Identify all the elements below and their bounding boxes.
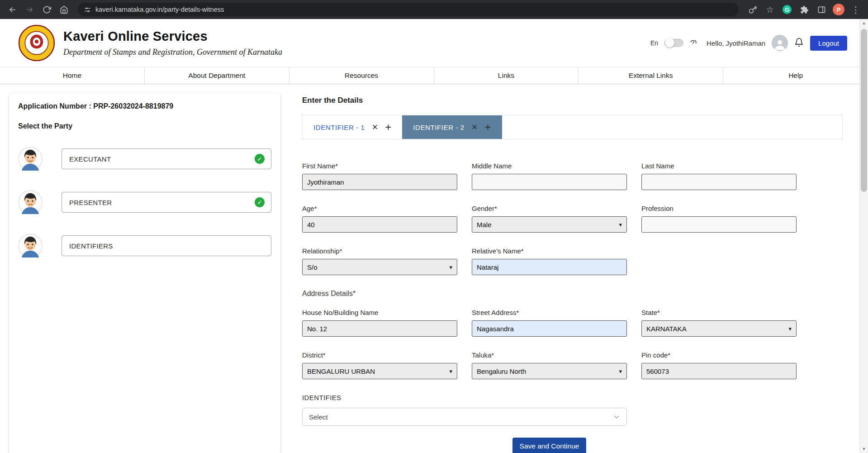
panel-title: Enter the Details — [302, 96, 843, 105]
relatives-name-field: Relative's Name* — [472, 247, 627, 275]
district-field: District* BENGALURU URBAN ▾ — [302, 351, 457, 379]
chevron-down-icon: ▾ — [449, 368, 452, 375]
street-address-input[interactable] — [472, 320, 627, 337]
relationship-select[interactable]: S/o ▾ — [302, 259, 457, 275]
notifications-bell-icon[interactable] — [794, 38, 804, 49]
nav-item-external-links[interactable]: External Links — [579, 67, 723, 84]
state-label: State* — [641, 309, 797, 316]
add-tab-icon[interactable]: + — [385, 122, 391, 133]
application-number: Application Number : PRP-26032024-881987… — [18, 102, 271, 110]
nav-item-home[interactable]: Home — [0, 67, 145, 84]
main-nav: Home About Department Resources Links Ex… — [0, 67, 868, 84]
nav-item-links[interactable]: Links — [434, 67, 579, 84]
nav-item-about-department[interactable]: About Department — [145, 67, 289, 84]
page-scrollbar[interactable]: ▲ ▼ — [859, 19, 868, 453]
karnataka-government-logo — [18, 24, 55, 62]
scroll-down-icon[interactable]: ▼ — [860, 447, 868, 451]
party-button-identifiers[interactable]: IDENTIFIERS — [62, 235, 271, 256]
middle-name-input[interactable] — [472, 174, 627, 190]
gender-label: Gender* — [472, 205, 627, 212]
district-select[interactable]: BENGALURU URBAN ▾ — [302, 363, 457, 379]
completed-check-icon: ✓ — [255, 197, 265, 207]
select-party-card: Application Number : PRP-26032024-881987… — [9, 93, 280, 453]
account-avatar[interactable] — [772, 35, 788, 51]
logout-button[interactable]: Logout — [810, 36, 847, 51]
completed-check-icon: ✓ — [255, 154, 265, 164]
url-text: kaveri.karnataka.gov.in/party-details-wi… — [95, 6, 224, 13]
chevron-down-icon — [613, 413, 620, 420]
relationship-label: Relationship* — [302, 247, 457, 255]
browser-profile-avatar[interactable]: P — [831, 2, 846, 17]
gender-field: Gender* Male ▾ — [472, 205, 627, 233]
address-bar[interactable]: kaveri.karnataka.gov.in/party-details-wi… — [78, 3, 739, 16]
forward-icon[interactable] — [22, 2, 37, 17]
last-name-input[interactable] — [641, 174, 797, 190]
middle-name-label: Middle Name — [472, 162, 627, 170]
pin-code-input[interactable] — [641, 363, 797, 379]
house-no-label: House No/Building Name — [302, 309, 457, 316]
back-icon[interactable] — [5, 2, 20, 17]
identifiers-avatar — [18, 234, 43, 258]
refresh-icon[interactable] — [39, 2, 54, 17]
language-toggle[interactable] — [664, 39, 683, 47]
first-name-input[interactable] — [302, 174, 457, 190]
party-row-presenter: PRESENTER ✓ — [18, 190, 271, 215]
close-tab-icon[interactable]: × — [372, 122, 378, 132]
relatives-name-input[interactable] — [472, 259, 627, 275]
kannada-letter-icon — [690, 38, 697, 48]
district-label: District* — [302, 351, 457, 359]
side-panel-icon[interactable] — [814, 2, 829, 17]
browser-menu-icon[interactable]: ⋮ — [848, 2, 863, 17]
scrollbar-thumb[interactable] — [861, 29, 867, 192]
party-row-executant: EXECUTANT ✓ — [18, 147, 271, 171]
language-label: En — [650, 39, 658, 47]
profession-field: Profession — [641, 205, 797, 233]
site-subtitle: Department of Stamps and Registration, G… — [63, 48, 282, 57]
close-tab-icon[interactable]: × — [472, 122, 478, 132]
address-details-heading: Address Details* — [302, 290, 797, 298]
identifier-tab-bar: IDENTIFIER - 1 × + IDENTIFIER - 2 × + — [302, 115, 843, 139]
tab-identifier-2[interactable]: IDENTIFIER - 2 × + — [402, 115, 502, 139]
street-address-field: Street Address* — [472, 309, 627, 337]
identifier-form: First Name* Middle Name Last Name Age* — [302, 162, 797, 453]
last-name-label: Last Name — [641, 162, 797, 170]
age-field: Age* — [302, 205, 457, 233]
gender-select[interactable]: Male ▾ — [472, 216, 627, 233]
party-row-identifiers: IDENTIFIERS — [18, 234, 271, 258]
tab-identifier-1[interactable]: IDENTIFIER - 1 × + — [303, 115, 402, 139]
bookmark-star-icon[interactable]: ☆ — [762, 2, 778, 17]
user-greeting: Hello, JyothiRaman — [707, 39, 765, 47]
party-button-executant[interactable]: EXECUTANT ✓ — [62, 148, 271, 169]
state-select[interactable]: KARNATAKA ▾ — [641, 320, 797, 337]
chevron-down-icon: ▾ — [619, 221, 622, 228]
nav-item-resources[interactable]: Resources — [289, 67, 434, 84]
extensions-puzzle-icon[interactable] — [797, 2, 812, 17]
presenter-avatar — [18, 190, 43, 215]
site-header: Kaveri Online Services Department of Sta… — [0, 19, 868, 67]
house-no-input[interactable] — [302, 320, 457, 337]
save-and-continue-button[interactable]: Save and Continue — [512, 438, 587, 453]
taluka-field: Taluka* Bengaluru North ▾ — [472, 351, 627, 379]
select-party-heading: Select the Party — [18, 122, 271, 130]
relatives-name-label: Relative's Name* — [472, 247, 627, 255]
first-name-label: First Name* — [302, 162, 457, 170]
site-settings-icon[interactable] — [84, 6, 91, 13]
first-name-field: First Name* — [302, 162, 457, 190]
party-button-presenter[interactable]: PRESENTER ✓ — [62, 192, 271, 213]
home-icon[interactable] — [56, 2, 71, 17]
password-key-icon[interactable] — [745, 2, 760, 17]
identifies-select[interactable]: Select — [302, 408, 627, 426]
nav-item-help[interactable]: Help — [723, 67, 868, 84]
profession-input[interactable] — [641, 216, 797, 233]
scroll-up-icon[interactable]: ▲ — [860, 21, 868, 25]
middle-name-field: Middle Name — [472, 162, 627, 190]
pin-code-label: Pin code* — [641, 351, 797, 359]
age-input[interactable] — [302, 216, 457, 233]
grammarly-extension-icon[interactable]: G — [779, 2, 795, 17]
pin-code-field: Pin code* — [641, 351, 797, 379]
details-panel: Enter the Details IDENTIFIER - 1 × + IDE… — [302, 93, 843, 453]
add-tab-icon[interactable]: + — [485, 122, 491, 133]
last-name-field: Last Name — [641, 162, 797, 190]
state-field: State* KARNATAKA ▾ — [641, 309, 797, 337]
taluka-select[interactable]: Bengaluru North ▾ — [472, 363, 627, 379]
